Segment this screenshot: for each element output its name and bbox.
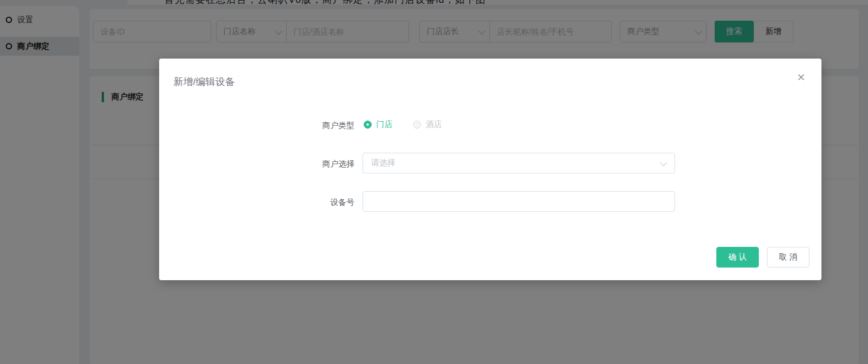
merchant-select-placeholder: 请选择	[363, 158, 660, 168]
device-no-label: 设备号	[251, 198, 354, 208]
merchant-select-label: 商户选择	[251, 159, 354, 169]
merchant-type-label: 商户类型	[251, 121, 354, 131]
merchant-type-radio-group: 门店 酒店	[364, 119, 442, 130]
radio-store[interactable]: 门店	[364, 119, 392, 130]
merchant-select[interactable]: 请选择	[362, 153, 675, 173]
cancel-button-label: 取 消	[779, 252, 797, 262]
device-no-input[interactable]	[363, 192, 674, 211]
cancel-button[interactable]: 取 消	[767, 247, 809, 268]
confirm-button-label: 确 认	[728, 252, 747, 262]
modal-title: 新增/编辑设备	[173, 75, 235, 88]
app-root: 首先需要在总后台，云喇叭V0版，商户绑定，添加门店设备id，如下图 设置 商户绑…	[0, 0, 868, 364]
add-edit-device-modal: 新增/编辑设备 ✕ 商户类型 门店 酒店 商户选择 请选择 设备号	[159, 59, 821, 280]
confirm-button[interactable]: 确 认	[716, 247, 759, 268]
radio-selected-icon	[364, 121, 372, 129]
radio-hotel-label: 酒店	[426, 119, 442, 130]
device-no-field	[362, 191, 675, 212]
radio-unselected-icon	[413, 121, 421, 129]
chevron-down-icon	[660, 158, 668, 166]
radio-hotel[interactable]: 酒店	[413, 119, 442, 130]
close-icon[interactable]: ✕	[794, 70, 808, 85]
radio-store-label: 门店	[376, 119, 392, 130]
